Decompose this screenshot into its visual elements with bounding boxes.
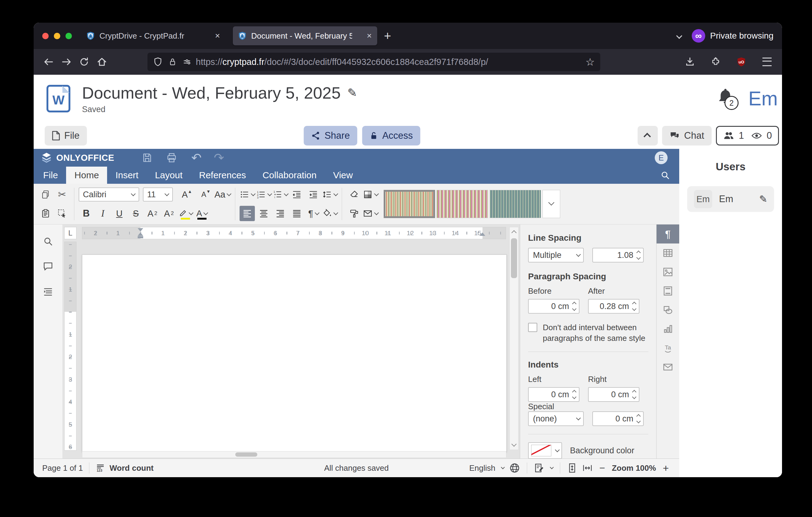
collapse-toolbar-button[interactable] [638, 126, 658, 145]
styles-gallery-expand-button[interactable] [543, 190, 560, 218]
style-preview-no-spacing[interactable] [437, 190, 488, 218]
ublock-origin-icon[interactable]: uO [732, 53, 750, 71]
undo-icon[interactable]: ↶ [191, 152, 202, 164]
zoom-in-button[interactable]: + [661, 462, 671, 474]
scroll-up-arrow[interactable] [512, 230, 517, 236]
bookmark-star-icon[interactable]: ☆ [586, 56, 595, 68]
subscript-button[interactable]: A2 [161, 206, 177, 221]
new-tab-button[interactable]: + [384, 30, 391, 42]
align-center-button[interactable] [256, 206, 271, 221]
paragraph-settings-icon[interactable]: ¶ [657, 224, 679, 244]
track-changes-button[interactable] [534, 463, 544, 473]
vertical-scrollbar[interactable] [510, 227, 519, 450]
chat-button[interactable]: Chat [662, 126, 711, 145]
clear-style-button[interactable] [346, 187, 361, 202]
fit-width-button[interactable] [582, 463, 592, 473]
menu-tab-insert[interactable]: Insert [107, 167, 147, 184]
forward-button[interactable] [58, 53, 75, 71]
downloads-icon[interactable] [681, 53, 699, 71]
vertical-ruler[interactable]: 21123456 [64, 242, 77, 451]
reload-button[interactable] [75, 53, 93, 71]
right-indent-spinner[interactable]: 0 cm [588, 387, 639, 402]
change-case-button[interactable]: Aa [214, 187, 231, 202]
superscript-button[interactable]: A2 [145, 206, 160, 221]
font-size-select[interactable]: 11 [143, 187, 173, 201]
edit-user-name-pencil-icon[interactable]: ✎ [759, 193, 767, 205]
right-indent-marker[interactable] [480, 230, 485, 236]
spacing-before-spinner[interactable]: 0 cm [528, 299, 579, 314]
url-text[interactable]: https://cryptpad.fr/doc/#/3/doc/edit/ff0… [196, 57, 583, 67]
mailmerge-settings-icon[interactable] [657, 357, 679, 376]
nonprinting-characters-button[interactable]: ¶ [306, 206, 321, 221]
find-search-icon[interactable] [43, 236, 53, 247]
back-button[interactable] [40, 53, 58, 71]
tracking-shield-icon[interactable] [153, 57, 163, 67]
shading-button[interactable] [322, 206, 338, 221]
close-window-button[interactable] [42, 33, 49, 39]
home-button[interactable] [93, 53, 111, 71]
lock-icon[interactable] [168, 57, 177, 66]
increase-font-size-button[interactable]: A▲ [177, 187, 193, 202]
horizontal-scrollbar[interactable] [82, 451, 506, 458]
numbered-list-button[interactable]: 123 [256, 187, 271, 202]
left-indent-spinner[interactable]: 0 cm [528, 387, 579, 402]
fit-page-button[interactable] [567, 463, 577, 473]
copy-style-button[interactable] [346, 206, 361, 221]
line-spacing-button[interactable] [322, 187, 338, 202]
tab-cryptdrive[interactable]: CryptDrive - CryptPad.fr × [81, 26, 226, 45]
share-button[interactable]: Share [304, 126, 357, 145]
globe-icon[interactable] [509, 462, 520, 473]
left-indent-marker[interactable] [138, 230, 143, 236]
list-tabs-chevron-down-icon[interactable] [676, 33, 682, 39]
decrease-indent-button[interactable] [289, 187, 304, 202]
spinner-arrows[interactable] [637, 251, 640, 259]
url-bar[interactable]: https://cryptpad.fr/doc/#/3/doc/edit/ff0… [147, 53, 600, 71]
copy-button[interactable] [38, 187, 53, 202]
multilevel-list-button[interactable]: 1i [272, 187, 288, 202]
tab-close-button[interactable]: × [366, 31, 372, 41]
tab-stop-selector[interactable]: L [64, 227, 77, 239]
line-spacing-spinner[interactable]: 1.08 [592, 248, 644, 263]
font-name-select[interactable]: Calibri [79, 187, 139, 201]
spinner-arrows[interactable] [573, 302, 576, 310]
spacing-after-spinner[interactable]: 0.28 cm [588, 299, 639, 314]
chart-settings-icon[interactable] [657, 320, 679, 338]
save-icon[interactable] [142, 152, 153, 163]
underline-button[interactable]: U [112, 206, 127, 221]
paste-button[interactable] [38, 206, 53, 221]
spinner-arrows[interactable] [573, 390, 576, 399]
document-canvas[interactable]: L 21123456789101112131415 21123456 [62, 224, 520, 459]
search-icon[interactable] [652, 167, 678, 184]
tab-document[interactable]: Document - Wed, February 5, 2 × [233, 26, 377, 45]
menu-tab-home[interactable]: Home [66, 167, 107, 184]
account-initials[interactable]: Em [748, 87, 778, 110]
zoom-window-button[interactable] [65, 33, 72, 39]
cut-button[interactable]: ✂ [55, 187, 70, 202]
redo-icon[interactable]: ↷ [214, 152, 224, 164]
menu-tab-layout[interactable]: Layout [147, 167, 191, 184]
left-indent-box-marker[interactable] [138, 236, 143, 238]
spinner-arrows[interactable] [637, 415, 640, 423]
user-list-item[interactable]: Em Em ✎ [687, 186, 774, 212]
horizontal-scroll-thumb[interactable] [235, 452, 257, 457]
spinner-arrows[interactable] [633, 390, 636, 399]
tab-close-button[interactable]: × [214, 31, 221, 41]
horizontal-ruler[interactable]: 21123456789101112131415 [82, 227, 506, 239]
background-color-picker[interactable] [528, 442, 562, 459]
presence-indicator[interactable]: 1 0 [716, 126, 779, 145]
menu-tab-view[interactable]: View [325, 167, 361, 184]
permissions-icon[interactable] [182, 57, 192, 66]
file-menu-button[interactable]: File [45, 126, 87, 145]
scroll-down-arrow[interactable] [512, 442, 517, 447]
special-indent-spinner[interactable]: 0 cm [592, 411, 644, 426]
bullet-list-button[interactable] [239, 187, 255, 202]
extensions-puzzle-icon[interactable] [707, 53, 725, 71]
access-button[interactable]: Access [362, 126, 420, 145]
navigation-headings-icon[interactable] [43, 287, 53, 297]
table-settings-icon[interactable] [657, 244, 679, 263]
align-right-button[interactable] [272, 206, 288, 221]
shape-settings-icon[interactable] [657, 300, 679, 320]
strikethrough-button[interactable]: S [128, 206, 144, 221]
zoom-level[interactable]: Zoom 100% [612, 463, 656, 473]
font-color-button[interactable]: A [194, 206, 210, 221]
